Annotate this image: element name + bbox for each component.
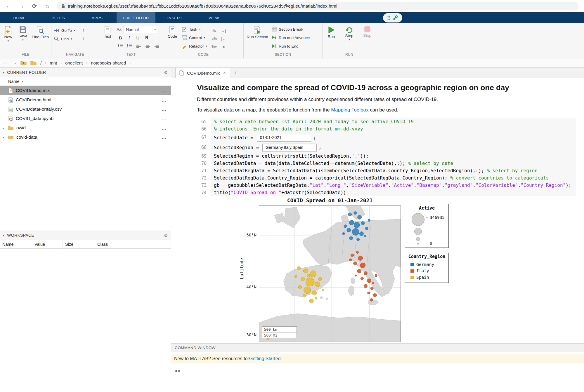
code-text[interactable]: SelectedDatData = data(data.DateCollecte… [211, 160, 576, 167]
breadcrumb-forward-icon[interactable]: → [12, 60, 17, 66]
new-button[interactable]: New ▾ [2, 25, 14, 42]
ribbon-tab-plots[interactable]: PLOTS [39, 12, 78, 23]
go-up-button[interactable]: ↑ [82, 27, 85, 34]
code-input-field[interactable]: Germany,Italy,Spain [262, 144, 317, 151]
code-line-69[interactable]: 69SelectedRegion = cellstr(strsplit(Sele… [197, 152, 576, 160]
folder-icon[interactable] [30, 60, 37, 65]
code-text[interactable]: SelectedRegion = Germany,Italy,Spain; [211, 142, 576, 152]
collapse-triangle-icon[interactable]: ▾ [3, 71, 4, 74]
editor-tab-coviddemo[interactable]: COVIDdemo.mlx × [175, 68, 230, 78]
close-tab-icon[interactable]: × [223, 70, 226, 76]
text-style-select[interactable]: Normal ▾ [124, 26, 158, 33]
workspace-header[interactable]: ▾ WORKSPACE ⚙ [0, 231, 171, 240]
code-line-67[interactable]: 67SelectedDate = 01-01-2021; [197, 133, 576, 142]
row-actions-button[interactable]: ... [162, 135, 166, 140]
code-text[interactable]: gb = geobubble(SelectedDatRegData,"Lat",… [211, 182, 576, 189]
ribbon-tab-apps[interactable]: APPS [78, 12, 117, 23]
bullet-list-button[interactable] [117, 42, 124, 49]
geobubble-map[interactable] [259, 205, 401, 342]
file-row-COVIDdemo.html[interactable]: COVIDdemo.html... [0, 95, 171, 104]
align-right-button[interactable] [153, 42, 161, 49]
ribbon-tab-live-editor[interactable]: LIVE EDITOR [117, 12, 155, 23]
ribbon-tab-insert[interactable]: INSERT [155, 12, 194, 23]
file-row-covid-data[interactable]: ▸covid-data... [0, 133, 171, 142]
code-line-73[interactable]: 73gb = geobubble(SelectedDatRegData,"Lat… [197, 182, 576, 189]
outdent-button[interactable]: |← [220, 35, 228, 42]
row-actions-button[interactable]: ... [162, 116, 166, 121]
workspace-column-class[interactable]: Class [95, 240, 171, 248]
file-row-COVID_data.ipynb[interactable]: COVID_data.ipynb... [0, 114, 171, 123]
code-text[interactable]: SelectedDatRegData = SelectedDatData(ism… [211, 167, 576, 174]
code-line-74[interactable]: 74title("COVID Spread on "+datestr(Selec… [197, 189, 576, 196]
expander-triangle-icon[interactable]: ▸ [3, 126, 4, 130]
indent-button[interactable]: →| [220, 27, 228, 34]
numbered-list-button[interactable] [126, 42, 134, 49]
comment-button[interactable]: % [210, 27, 218, 34]
breadcrumb-item-notebooks-shared[interactable]: notebooks-shared [91, 60, 126, 65]
file-name-column-header[interactable]: Name ▾ [0, 77, 171, 86]
save-button[interactable]: Save ▾ [17, 25, 29, 41]
uncomment-button[interactable]: «% [210, 35, 218, 42]
browser-home-icon[interactable]: ⌂ [44, 3, 51, 9]
address-bar[interactable]: training.notebooks.egi.eu/user/3fae8ba4b… [57, 2, 579, 11]
stop-button[interactable]: Stop [361, 25, 374, 38]
code-line-72[interactable]: 72SelectedDatRegData.Country_Region = ca… [197, 174, 576, 182]
expander-triangle-icon[interactable]: ▸ [3, 136, 4, 139]
up-one-level-icon[interactable] [20, 60, 27, 65]
command-prompt[interactable]: >> [171, 363, 584, 374]
section-break-button[interactable]: Section Break [272, 26, 310, 33]
step-button[interactable]: Step ▾ [343, 25, 356, 41]
row-actions-button[interactable]: ... [162, 126, 166, 130]
collapse-triangle-icon[interactable]: ▾ [3, 234, 4, 237]
drag-handle-icon[interactable] [387, 16, 390, 20]
breadcrumb-back-icon[interactable]: ← [4, 60, 8, 66]
align-left-button[interactable] [135, 42, 143, 49]
browser-forward-icon[interactable]: → [18, 3, 25, 9]
code-text[interactable]: SelectedRegion = cellstr(strsplit(Select… [211, 152, 576, 160]
breadcrumb-item-oneclient[interactable]: oneclient [65, 60, 83, 65]
gear-icon[interactable]: ⚙ [164, 233, 168, 238]
align-center-button[interactable] [144, 42, 152, 49]
workspace-column-size[interactable]: Size [63, 240, 95, 248]
code-text[interactable]: % select a date between 1st April 2020 a… [211, 118, 576, 125]
file-row-COVIDdemo.mlx[interactable]: COVIDdemo.mlx... [0, 86, 171, 95]
row-actions-button[interactable]: ... [162, 107, 166, 112]
breadcrumb-item-mnt[interactable]: mnt [50, 60, 57, 65]
code-line-71[interactable]: 71SelectedDatRegData = SelectedDatData(i… [197, 167, 576, 174]
find-button[interactable]: Find ▾ [54, 35, 75, 42]
code-text[interactable]: SelectedDatRegData.Country_Region = cate… [211, 174, 576, 182]
text-button[interactable]: Text [101, 25, 114, 39]
code-text[interactable]: % infections. Enter the date in the form… [211, 125, 576, 133]
task-button[interactable]: Task ▾ [182, 26, 207, 33]
code-line-66[interactable]: 66% infections. Enter the date in the fo… [197, 125, 576, 133]
ribbon-tab-view[interactable]: VIEW [194, 12, 233, 23]
wrap-comments-button[interactable]: %» [210, 43, 218, 50]
code-line-68[interactable]: 68SelectedRegion = Germany,Italy,Spain; [197, 142, 576, 152]
run-section-button[interactable]: Run Section [246, 25, 269, 39]
editor-document[interactable]: Visualize and compare the spread of COVI… [171, 78, 584, 343]
code-line-65[interactable]: 65% select a date between 1st April 2020… [197, 118, 576, 125]
run-and-advance-button[interactable]: Run and Advance [272, 34, 310, 41]
code-button[interactable]: Code [166, 25, 179, 39]
current-folder-header[interactable]: ▾ CURRENT FOLDER ⚙ [0, 68, 171, 77]
text-link[interactable]: Mapping Toolbox [331, 107, 368, 113]
code-text[interactable]: SelectedDate = 01-01-2021; [211, 133, 576, 142]
browser-back-icon[interactable]: ← [5, 3, 12, 9]
code-text[interactable]: title("COVID Spread on "+datestr(Selecte… [211, 189, 576, 196]
smart-indent-button[interactable]: ≡ [220, 43, 228, 50]
matlab-widget[interactable] [383, 13, 402, 22]
text-link[interactable]: Getting Started [249, 356, 281, 361]
refactor-button[interactable]: Refactor ▾ [182, 43, 207, 50]
control-button[interactable]: Control ▾ [182, 34, 207, 41]
row-actions-button[interactable]: ... [162, 97, 166, 102]
run-to-end-button[interactable]: Run to End [272, 43, 310, 50]
workspace-column-value[interactable]: Value [32, 240, 63, 248]
ribbon-tab-home[interactable]: HOME [0, 12, 39, 23]
breadcrumb-root[interactable]: / [40, 60, 41, 65]
bold-button[interactable]: B [117, 34, 124, 41]
file-row-COVIDdataForItaly.csv[interactable]: COVIDdataForItaly.csv... [0, 104, 171, 114]
underline-button[interactable]: U [134, 34, 142, 41]
go-down-button[interactable]: ↓ [82, 35, 85, 42]
code-line-70[interactable]: 70SelectedDatData = data(data.DateCollec… [197, 160, 576, 167]
run-button[interactable]: Run [325, 25, 338, 39]
